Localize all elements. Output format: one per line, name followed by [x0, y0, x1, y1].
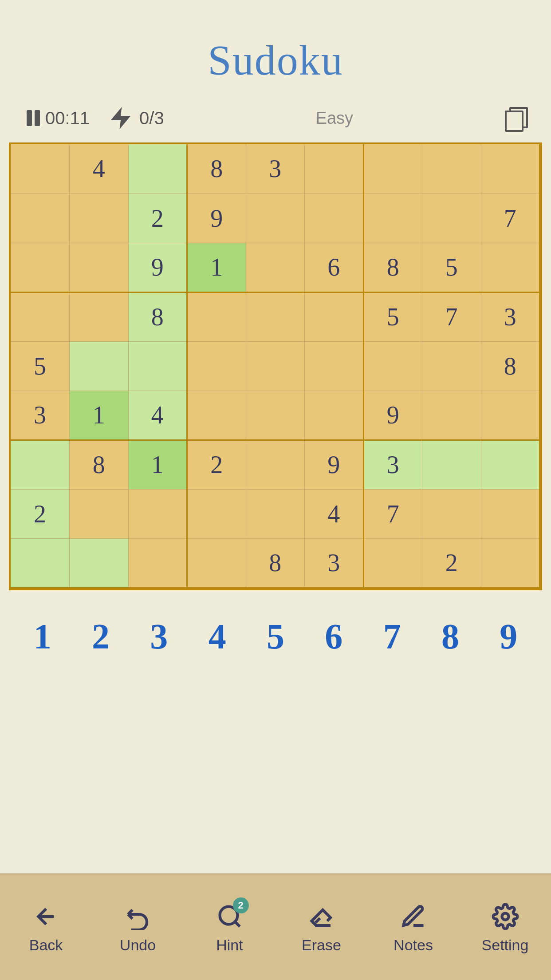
cell-7-6[interactable]: 7: [363, 489, 422, 538]
cell-6-6[interactable]: 3: [363, 440, 422, 489]
number-btn-7[interactable]: 7: [368, 612, 417, 661]
cell-7-0[interactable]: 2: [11, 489, 70, 538]
cell-4-5[interactable]: [305, 341, 364, 391]
number-btn-3[interactable]: 3: [134, 612, 183, 661]
cell-4-8[interactable]: 8: [481, 341, 540, 391]
undo-button[interactable]: Undo: [102, 901, 173, 954]
cell-0-0[interactable]: [11, 144, 70, 194]
cell-0-5[interactable]: [305, 144, 364, 194]
setting-button[interactable]: Setting: [470, 901, 541, 954]
cell-5-1[interactable]: 1: [70, 391, 129, 440]
cell-7-2[interactable]: [128, 489, 187, 538]
cell-1-5[interactable]: [305, 194, 364, 243]
cell-4-4[interactable]: [246, 341, 305, 391]
number-btn-2[interactable]: 2: [76, 612, 125, 661]
cell-7-8[interactable]: [481, 489, 540, 538]
cell-5-4[interactable]: [246, 391, 305, 440]
cell-5-2[interactable]: 4: [128, 391, 187, 440]
cell-8-2[interactable]: [128, 538, 187, 588]
cell-5-8[interactable]: [481, 391, 540, 440]
cell-2-0[interactable]: [11, 243, 70, 292]
cell-7-4[interactable]: [246, 489, 305, 538]
cell-2-2[interactable]: 9: [128, 243, 187, 292]
copy-icon[interactable]: [505, 107, 524, 129]
cell-6-0[interactable]: [11, 440, 70, 489]
cell-6-2[interactable]: 1: [128, 440, 187, 489]
cell-8-0[interactable]: [11, 538, 70, 588]
cell-0-3[interactable]: 8: [187, 144, 246, 194]
cell-6-8[interactable]: [481, 440, 540, 489]
cell-1-6[interactable]: [363, 194, 422, 243]
number-btn-8[interactable]: 8: [426, 612, 475, 661]
cell-0-1[interactable]: 4: [70, 144, 129, 194]
cell-7-5[interactable]: 4: [305, 489, 364, 538]
cell-5-5[interactable]: [305, 391, 364, 440]
cell-6-7[interactable]: [422, 440, 481, 489]
cell-5-0[interactable]: 3: [11, 391, 70, 440]
cell-6-3[interactable]: 2: [187, 440, 246, 489]
cell-8-8[interactable]: [481, 538, 540, 588]
cell-3-8[interactable]: 3: [481, 292, 540, 341]
cell-0-7[interactable]: [422, 144, 481, 194]
cell-7-3[interactable]: [187, 489, 246, 538]
cell-2-4[interactable]: [246, 243, 305, 292]
hints-value: 0/3: [139, 108, 164, 128]
cell-8-5[interactable]: 3: [305, 538, 364, 588]
cell-0-4[interactable]: 3: [246, 144, 305, 194]
cell-4-0[interactable]: 5: [11, 341, 70, 391]
cell-3-6[interactable]: 5: [363, 292, 422, 341]
cell-2-5[interactable]: 6: [305, 243, 364, 292]
cell-7-7[interactable]: [422, 489, 481, 538]
cell-4-2[interactable]: [128, 341, 187, 391]
cell-4-3[interactable]: [187, 341, 246, 391]
cell-2-6[interactable]: 8: [363, 243, 422, 292]
cell-8-7[interactable]: 2: [422, 538, 481, 588]
cell-1-8[interactable]: 7: [481, 194, 540, 243]
cell-5-3[interactable]: [187, 391, 246, 440]
cell-6-4[interactable]: [246, 440, 305, 489]
cell-1-4[interactable]: [246, 194, 305, 243]
cell-6-5[interactable]: 9: [305, 440, 364, 489]
cell-8-4[interactable]: 8: [246, 538, 305, 588]
number-btn-9[interactable]: 9: [484, 612, 533, 661]
cell-0-2[interactable]: [128, 144, 187, 194]
hint-button[interactable]: 2 Hint: [194, 901, 265, 954]
timer-item[interactable]: 00:11: [27, 108, 90, 128]
cell-8-3[interactable]: [187, 538, 246, 588]
cell-7-1[interactable]: [70, 489, 129, 538]
cell-1-7[interactable]: [422, 194, 481, 243]
cell-8-1[interactable]: [70, 538, 129, 588]
cell-1-2[interactable]: 2: [128, 194, 187, 243]
cell-2-8[interactable]: [481, 243, 540, 292]
cell-6-1[interactable]: 8: [70, 440, 129, 489]
cell-8-6[interactable]: [363, 538, 422, 588]
cell-3-2[interactable]: 8: [128, 292, 187, 341]
cell-2-3[interactable]: 1: [187, 243, 246, 292]
cell-2-1[interactable]: [70, 243, 129, 292]
cell-5-7[interactable]: [422, 391, 481, 440]
number-btn-1[interactable]: 1: [18, 612, 67, 661]
cell-4-7[interactable]: [422, 341, 481, 391]
cell-4-1[interactable]: [70, 341, 129, 391]
cell-1-1[interactable]: [70, 194, 129, 243]
cell-3-7[interactable]: 7: [422, 292, 481, 341]
cell-0-6[interactable]: [363, 144, 422, 194]
number-btn-4[interactable]: 4: [193, 612, 242, 661]
cell-3-1[interactable]: [70, 292, 129, 341]
number-btn-5[interactable]: 5: [251, 612, 300, 661]
cell-4-6[interactable]: [363, 341, 422, 391]
cell-3-4[interactable]: [246, 292, 305, 341]
cell-3-3[interactable]: [187, 292, 246, 341]
erase-button[interactable]: Erase: [286, 901, 357, 954]
hints-item[interactable]: 0/3: [107, 105, 164, 131]
cell-0-8[interactable]: [481, 144, 540, 194]
back-button[interactable]: Back: [11, 901, 82, 954]
cell-3-0[interactable]: [11, 292, 70, 341]
notes-button[interactable]: Notes: [378, 901, 449, 954]
cell-5-6[interactable]: 9: [363, 391, 422, 440]
cell-1-0[interactable]: [11, 194, 70, 243]
cell-3-5[interactable]: [305, 292, 364, 341]
cell-1-3[interactable]: 9: [187, 194, 246, 243]
number-btn-6[interactable]: 6: [309, 612, 358, 661]
cell-2-7[interactable]: 5: [422, 243, 481, 292]
